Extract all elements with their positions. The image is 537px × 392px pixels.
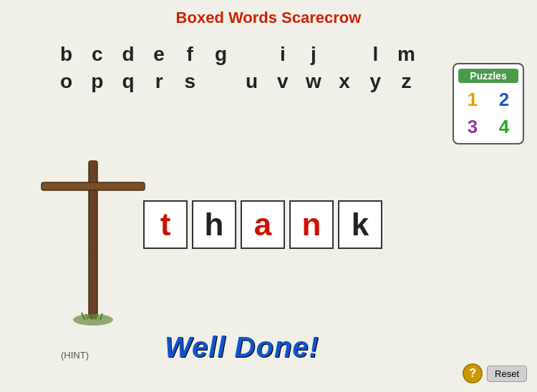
word-area: t h a n k: [143, 200, 382, 249]
puzzle-1[interactable]: 1: [458, 87, 487, 112]
word-letter-t: t: [160, 207, 171, 242]
help-button[interactable]: ?: [463, 363, 483, 383]
letter-w: w: [304, 70, 322, 93]
puzzles-panel: Puzzles 1 2 3 4: [453, 63, 524, 144]
word-box-k: k: [338, 200, 382, 249]
letter-r: r: [150, 70, 168, 93]
alphabet-row-2: o p q r s t u v w x y z: [57, 70, 415, 93]
word-box-t: t: [143, 200, 188, 249]
letter-p: p: [88, 70, 106, 93]
letter-c: c: [88, 43, 106, 66]
word-box-h: h: [192, 200, 236, 249]
letter-f: f: [181, 43, 199, 66]
puzzle-2[interactable]: 2: [490, 87, 518, 112]
letter-m: m: [397, 43, 415, 66]
word-box-a: a: [241, 200, 285, 249]
puzzles-label: Puzzles: [458, 69, 518, 83]
word-letter-k: k: [352, 207, 369, 242]
letter-b: b: [57, 43, 75, 66]
letter-i: i: [274, 43, 291, 66]
letter-d: d: [119, 43, 137, 66]
reset-button[interactable]: Reset: [487, 366, 527, 382]
word-letter-a: a: [254, 207, 271, 242]
well-done-message: Well Done!: [165, 331, 319, 363]
svg-point-4: [73, 314, 113, 325]
title-bar: Boxed Words Scarecrow: [0, 0, 537, 27]
letter-l: l: [367, 43, 384, 66]
letter-o: o: [57, 70, 75, 93]
page-title: Boxed Words Scarecrow: [0, 9, 537, 27]
letter-y: y: [367, 70, 384, 93]
alphabet-area: b c d e f g h i j k l m o p q r s t u v …: [57, 43, 415, 97]
letter-z: z: [397, 70, 415, 93]
letter-j: j: [304, 43, 322, 66]
word-box-n: n: [289, 200, 334, 249]
letter-x: x: [336, 70, 354, 93]
letter-u: u: [243, 70, 261, 93]
alphabet-row-1: b c d e f g h i j k l m: [57, 43, 415, 66]
letter-g: g: [212, 43, 230, 66]
word-letter-h: h: [205, 207, 224, 242]
letter-s: s: [181, 70, 199, 93]
letter-q: q: [119, 70, 137, 93]
bottom-right-controls: ? Reset: [463, 363, 527, 383]
letter-e: e: [150, 43, 168, 66]
puzzle-3[interactable]: 3: [458, 114, 487, 139]
word-letter-n: n: [302, 207, 321, 242]
puzzle-4[interactable]: 4: [490, 114, 518, 139]
puzzle-grid: 1 2 3 4: [458, 87, 518, 139]
letter-v: v: [274, 70, 291, 93]
scarecrow-image: [29, 139, 158, 333]
svg-rect-1: [42, 182, 145, 190]
hint-label[interactable]: (HINT): [61, 350, 89, 361]
